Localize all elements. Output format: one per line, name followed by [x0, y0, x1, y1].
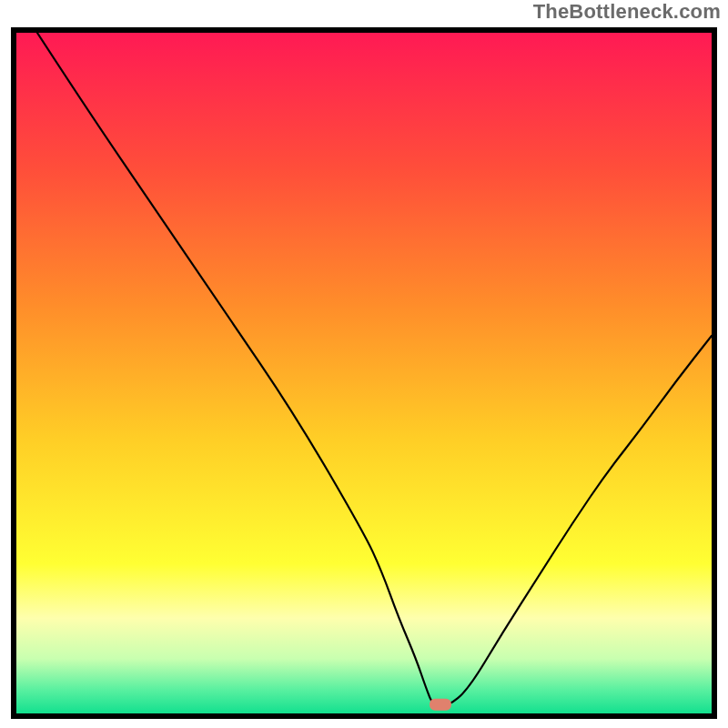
plot-area [11, 27, 717, 719]
curve-layer [16, 33, 712, 713]
optimal-marker [430, 699, 451, 711]
bottleneck-curve [37, 33, 712, 707]
chart-frame: TheBottleneck.com [0, 0, 728, 728]
attribution-text: TheBottleneck.com [533, 0, 721, 24]
